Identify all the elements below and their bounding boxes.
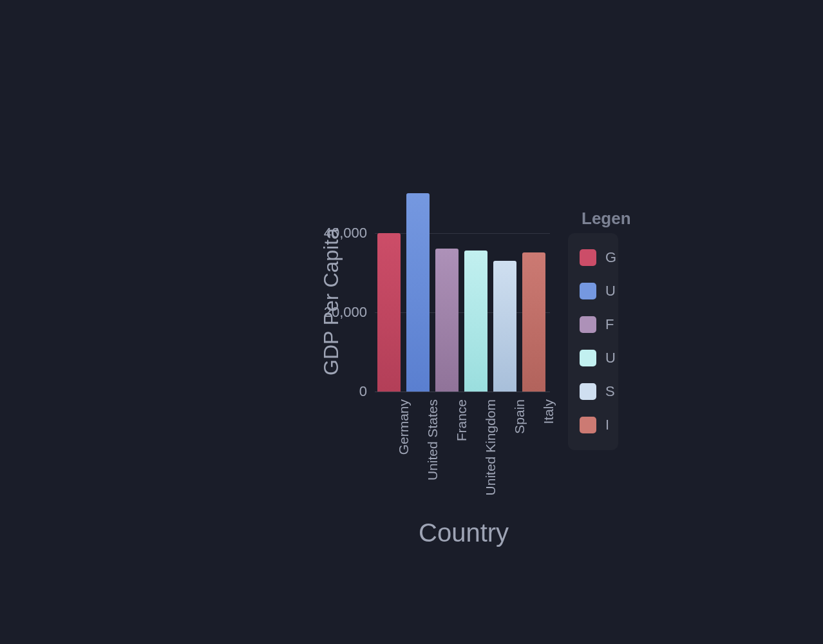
- legend-title: Legen: [582, 209, 631, 229]
- legend-label-spain: S: [605, 383, 615, 400]
- bar-united-states[interactable]: [406, 193, 430, 392]
- bar-spain[interactable]: [493, 261, 516, 392]
- legend-item-spain[interactable]: S: [568, 375, 618, 408]
- x-tick-germany: Germany: [396, 399, 412, 528]
- legend-box: G U F U S I: [568, 233, 618, 450]
- bar-france[interactable]: [435, 249, 459, 392]
- legend-label-france: F: [605, 316, 614, 333]
- chart-container: GDP Per Capita Country 40,000 20,000 0 G…: [267, 193, 654, 554]
- legend-label-italy: I: [605, 417, 609, 433]
- legend-swatch-spain: [580, 383, 596, 400]
- y-tick-20000: 20,000: [309, 304, 367, 321]
- bar-united-kingdom[interactable]: [464, 251, 487, 392]
- x-tick-united-states: United States: [425, 399, 440, 528]
- y-axis-title: GDP Per Capita: [319, 228, 343, 375]
- plot-area: 40,000 20,000 0 Germany United States Fr…: [375, 193, 550, 392]
- legend-swatch-germany: [580, 249, 596, 266]
- legend-item-united-states[interactable]: U: [568, 274, 618, 308]
- legend-swatch-united-states: [580, 283, 596, 299]
- legend-label-united-states: U: [605, 283, 616, 299]
- bar-italy[interactable]: [522, 252, 545, 392]
- legend-swatch-united-kingdom: [580, 350, 596, 366]
- grid-line-40000: [375, 233, 550, 234]
- y-tick-0: 0: [309, 383, 367, 400]
- legend-swatch-italy: [580, 417, 596, 433]
- legend-item-germany[interactable]: G: [568, 241, 618, 274]
- x-tick-france: France: [454, 399, 469, 528]
- bar-germany[interactable]: [377, 233, 401, 392]
- legend-item-italy[interactable]: I: [568, 408, 618, 442]
- legend-label-united-kingdom: U: [605, 350, 616, 366]
- legend-label-germany: G: [605, 249, 616, 266]
- x-tick-spain: Spain: [512, 399, 527, 528]
- legend-item-united-kingdom[interactable]: U: [568, 341, 618, 375]
- legend-swatch-france: [580, 316, 596, 333]
- legend-item-france[interactable]: F: [568, 308, 618, 341]
- x-tick-italy: Italy: [541, 399, 556, 528]
- x-tick-united-kingdom: United Kingdom: [483, 399, 498, 528]
- y-tick-40000: 40,000: [309, 225, 367, 242]
